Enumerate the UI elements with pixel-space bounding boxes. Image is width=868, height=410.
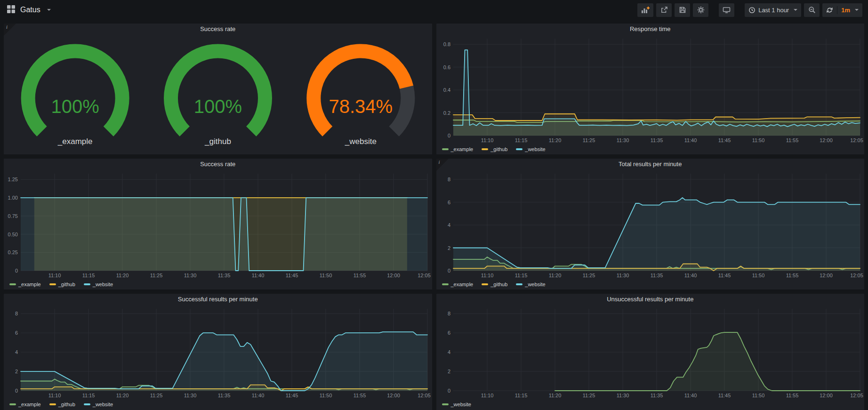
svg-text:6: 6	[15, 330, 18, 336]
panel-title[interactable]: Successful results per minute	[4, 294, 432, 305]
clock-icon	[748, 7, 755, 14]
line-chart[interactable]: 00.250.500.751.001.2511:1011:1511:2011:2…	[4, 170, 432, 279]
dashboard-dropdown-caret-icon[interactable]	[47, 9, 51, 11]
svg-text:0: 0	[447, 268, 450, 273]
svg-text:11:30: 11:30	[616, 273, 629, 278]
save-button[interactable]	[675, 3, 690, 17]
legend-item-_website[interactable]: _website	[84, 402, 113, 407]
svg-text:12:00: 12:00	[820, 273, 833, 278]
line-chart[interactable]: 00.20.40.60.811:1011:1511:2011:2511:3011…	[436, 35, 865, 144]
svg-text:0: 0	[447, 388, 450, 394]
svg-text:11:40: 11:40	[684, 273, 697, 278]
dashboard-title[interactable]: Gatus	[20, 6, 40, 14]
svg-text:11:20: 11:20	[548, 393, 561, 398]
gauge-label: _example	[57, 137, 93, 146]
panel-info-icon[interactable]: i	[4, 24, 16, 36]
panel-success-rate-gauges: i Success rate 100%_example100%_github78…	[4, 24, 432, 154]
line-chart[interactable]: 0246811:1011:1511:2011:2511:3011:3511:40…	[436, 170, 865, 279]
svg-text:11:50: 11:50	[752, 393, 764, 398]
chart-canvas[interactable]: 00.250.500.751.001.2511:1011:1511:2011:2…	[4, 170, 432, 279]
panel-title[interactable]: Success rate	[4, 159, 432, 170]
add-panel-button[interactable]	[637, 3, 653, 17]
svg-text:4: 4	[15, 349, 18, 355]
svg-text:4: 4	[447, 222, 450, 228]
svg-text:11:20: 11:20	[116, 393, 129, 398]
panel-info-icon[interactable]: i	[436, 159, 449, 171]
svg-text:0: 0	[15, 388, 18, 394]
legend-label: _website	[451, 402, 471, 407]
legend-item-_github[interactable]: _github	[49, 402, 75, 407]
legend-item-_example[interactable]: _example	[9, 281, 41, 287]
legend-item-_website[interactable]: _website	[442, 402, 471, 407]
share-icon	[660, 6, 668, 14]
svg-text:11:30: 11:30	[616, 137, 629, 143]
legend-label: _website	[525, 146, 545, 152]
panel-title[interactable]: Total results per minute	[436, 159, 865, 170]
gauge-_example: 100%_example	[28, 51, 122, 146]
chart-legend: _website	[436, 399, 865, 408]
legend-label: _website	[525, 281, 545, 287]
line-chart[interactable]: 0246811:1011:1511:2011:2511:3011:3511:40…	[436, 305, 865, 399]
legend-item-_github[interactable]: _github	[482, 146, 507, 152]
legend-item-_github[interactable]: _github	[49, 281, 75, 287]
svg-text:11:20: 11:20	[548, 273, 561, 278]
svg-text:11:40: 11:40	[684, 393, 697, 398]
svg-text:0: 0	[447, 133, 450, 138]
gauge-canvas[interactable]: 100%_example100%_github78.34%_website	[4, 35, 432, 147]
zoom-out-button[interactable]	[804, 3, 820, 17]
refresh-picker[interactable]: 1m	[822, 3, 862, 17]
svg-text:11:50: 11:50	[320, 393, 332, 398]
legend-item-_github[interactable]: _github	[482, 281, 507, 287]
series-_website	[21, 332, 427, 391]
svg-text:11:25: 11:25	[582, 137, 595, 143]
svg-text:2: 2	[15, 369, 18, 374]
refresh-caret-icon	[855, 9, 859, 11]
line-chart[interactable]: 0246811:1011:1511:2011:2511:3011:3511:40…	[4, 305, 432, 399]
grid-lines	[453, 309, 860, 391]
chart-canvas[interactable]: 0246811:1011:1511:2011:2511:3011:3511:40…	[4, 305, 432, 399]
svg-text:11:10: 11:10	[48, 273, 61, 278]
legend-label: _github	[58, 402, 75, 407]
svg-text:0.8: 0.8	[443, 41, 450, 47]
legend-item-_website[interactable]: _website	[516, 146, 545, 152]
svg-text:12:05: 12:05	[850, 273, 863, 278]
panel-title[interactable]: Unsuccessful results per minute	[436, 294, 865, 305]
chart-legend: _example_github_website	[4, 279, 432, 288]
svg-text:11:15: 11:15	[82, 273, 95, 278]
chart-canvas[interactable]: 0246811:1011:1511:2011:2511:3011:3511:40…	[436, 170, 865, 279]
save-icon	[679, 6, 686, 14]
svg-text:11:45: 11:45	[286, 393, 298, 398]
settings-gear-icon	[697, 6, 705, 14]
refresh-interval-label: 1m	[841, 7, 850, 14]
share-button[interactable]	[656, 3, 672, 17]
panel-response-time: Response time 00.20.40.60.811:1011:1511:…	[436, 24, 865, 154]
gauge-value: 100%	[194, 96, 242, 117]
svg-text:6: 6	[447, 330, 450, 336]
legend-item-_website[interactable]: _website	[84, 281, 113, 287]
panel-title[interactable]: Success rate	[4, 24, 432, 35]
legend-label: _website	[93, 402, 113, 407]
dashboards-grid-icon[interactable]	[7, 5, 16, 16]
svg-text:0.25: 0.25	[8, 249, 18, 255]
gauge-label: _github	[204, 137, 231, 146]
svg-text:11:25: 11:25	[150, 393, 163, 398]
svg-text:4: 4	[447, 349, 450, 355]
refresh-icon	[826, 7, 833, 14]
legend-item-_website[interactable]: _website	[516, 281, 545, 287]
tv-mode-button[interactable]	[719, 3, 734, 17]
gauge-chart[interactable]: 100%_example100%_github78.34%_website	[4, 35, 432, 147]
legend-item-_example[interactable]: _example	[442, 281, 474, 287]
svg-text:11:55: 11:55	[354, 393, 366, 398]
time-range-picker[interactable]: Last 1 hour	[745, 3, 801, 17]
gauge-label: _website	[345, 137, 377, 146]
svg-text:12:00: 12:00	[820, 137, 833, 143]
panel-title[interactable]: Response time	[436, 24, 865, 35]
chart-canvas[interactable]: 00.20.40.60.811:1011:1511:2011:2511:3011…	[436, 35, 865, 144]
svg-text:12:05: 12:05	[418, 393, 431, 398]
svg-text:11:30: 11:30	[184, 393, 197, 398]
legend-swatch-icon	[442, 403, 449, 405]
chart-canvas[interactable]: 0246811:1011:1511:2011:2511:3011:3511:40…	[436, 305, 865, 399]
legend-item-_example[interactable]: _example	[442, 146, 474, 152]
settings-button[interactable]	[693, 3, 708, 17]
legend-item-_example[interactable]: _example	[9, 402, 41, 407]
